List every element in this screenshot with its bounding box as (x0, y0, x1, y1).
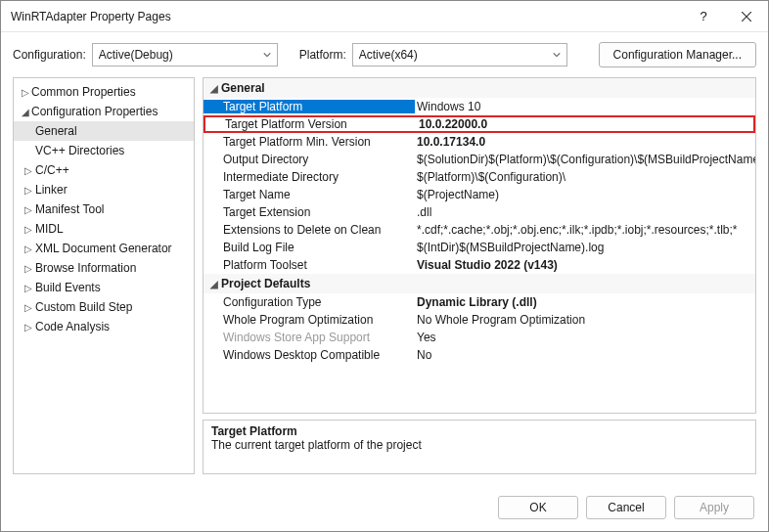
configuration-label: Configuration: (13, 48, 86, 62)
property-row[interactable]: Target Platform Version10.0.22000.0 (204, 115, 755, 133)
property-row[interactable]: Target Extension.dll (204, 203, 755, 221)
tree-item[interactable]: General (14, 121, 194, 141)
property-row[interactable]: Output Directory$(SolutionDir)$(Platform… (204, 151, 755, 168)
property-value[interactable]: Visual Studio 2022 (v143) (415, 258, 755, 272)
tree-item-label: MIDL (35, 222, 64, 236)
property-value[interactable]: *.cdf;*.cache;*.obj;*.obj.enc;*.ilk;*.ip… (415, 223, 755, 237)
tree-item[interactable]: ▷Linker (14, 180, 194, 200)
platform-select[interactable]: Active(x64) (352, 43, 567, 66)
property-value[interactable]: Yes (415, 331, 755, 344)
property-row[interactable]: Platform ToolsetVisual Studio 2022 (v143… (204, 256, 755, 274)
property-name: Target Extension (204, 205, 415, 219)
tree-item[interactable]: VC++ Directories (14, 141, 194, 160)
property-value[interactable]: $(IntDir)$(MSBuildProjectName).log (415, 241, 755, 254)
expander-closed-icon: ▷ (22, 185, 35, 196)
property-value[interactable]: .dll (415, 205, 755, 219)
close-icon (742, 12, 751, 22)
chevron-down-icon (553, 51, 561, 59)
property-value[interactable]: Windows 10 (415, 100, 755, 113)
property-value[interactable]: Dynamic Library (.dll) (415, 295, 755, 309)
property-value[interactable]: $(ProjectName) (415, 188, 755, 201)
tree-item-label: Browse Information (35, 261, 136, 275)
expander-closed-icon: ▷ (22, 283, 35, 293)
configuration-manager-label: Configuration Manager... (613, 48, 742, 62)
tree-item[interactable]: ▷Custom Build Step (14, 297, 194, 317)
ok-button[interactable]: OK (498, 496, 578, 519)
property-value[interactable]: 10.0.22000.0 (417, 117, 753, 131)
cancel-button[interactable]: Cancel (586, 496, 666, 519)
property-value[interactable]: $(SolutionDir)$(Platform)\$(Configuratio… (415, 153, 755, 166)
tree-item[interactable]: ▷Common Properties (14, 82, 194, 102)
description-panel: Target Platform The current target platf… (203, 420, 756, 474)
configuration-value: Active(Debug) (99, 48, 173, 62)
close-button[interactable] (725, 2, 768, 31)
expander-closed-icon: ▷ (22, 302, 35, 313)
property-value[interactable]: 10.0.17134.0 (415, 135, 755, 149)
property-name: Target Platform (204, 100, 415, 113)
configuration-bar: Configuration: Active(Debug) Platform: A… (1, 32, 768, 77)
tree-item[interactable]: ▷Browse Information (14, 258, 194, 278)
window-title: WinRTAdapter Property Pages (11, 10, 682, 23)
tree-item[interactable]: ▷MIDL (14, 219, 194, 239)
property-row[interactable]: Intermediate Directory$(Platform)\$(Conf… (204, 168, 755, 186)
apply-label: Apply (700, 501, 729, 514)
tree-item-label: VC++ Directories (35, 144, 124, 157)
property-name: Build Log File (204, 241, 415, 254)
property-name: Configuration Type (204, 295, 415, 309)
expander-open-icon: ◢ (20, 107, 31, 117)
tree-item-label: C/C++ (35, 163, 69, 177)
property-name: Target Platform Min. Version (204, 135, 415, 149)
expander-closed-icon: ▷ (22, 263, 35, 274)
configuration-manager-button[interactable]: Configuration Manager... (599, 42, 756, 67)
description-text: The current target platform of the proje… (211, 438, 747, 452)
tree-item[interactable]: ▷Code Analysis (14, 317, 194, 336)
tree-item-label: Code Analysis (35, 320, 110, 333)
property-row[interactable]: Configuration TypeDynamic Library (.dll) (204, 293, 755, 311)
expander-open-icon: ◢ (207, 279, 221, 289)
tree-item[interactable]: ▷Build Events (14, 278, 194, 297)
property-name: Extensions to Delete on Clean (204, 223, 415, 237)
property-grid[interactable]: ◢GeneralTarget PlatformWindows 10Target … (203, 77, 756, 414)
property-row[interactable]: Target Platform Min. Version10.0.17134.0 (204, 133, 755, 151)
titlebar: WinRTAdapter Property Pages ? (1, 1, 768, 32)
expander-closed-icon: ▷ (22, 224, 35, 235)
property-value[interactable]: No Whole Program Optimization (415, 313, 755, 327)
property-row[interactable]: Whole Program OptimizationNo Whole Progr… (204, 311, 755, 329)
tree-item[interactable]: ◢Configuration Properties (14, 102, 194, 121)
property-name: Windows Desktop Compatible (204, 348, 415, 362)
tree-item-label: Configuration Properties (31, 105, 158, 118)
property-name: Output Directory (204, 153, 415, 166)
property-value[interactable]: $(Platform)\$(Configuration)\ (415, 170, 755, 184)
tree-item[interactable]: ▷C/C++ (14, 160, 194, 180)
section-title: General (221, 81, 265, 95)
ok-label: OK (529, 501, 546, 514)
property-row[interactable]: Target Name$(ProjectName) (204, 186, 755, 203)
apply-button[interactable]: Apply (674, 496, 754, 519)
tree-item-label: Build Events (35, 281, 101, 294)
category-tree[interactable]: ▷Common Properties◢Configuration Propert… (13, 77, 195, 474)
section-header[interactable]: ◢General (204, 78, 755, 98)
property-name: Platform Toolset (204, 258, 415, 272)
property-row[interactable]: Windows Store App SupportYes (204, 329, 755, 346)
tree-item-label: General (35, 124, 77, 138)
tree-item-label: XML Document Generator (35, 242, 172, 255)
tree-item[interactable]: ▷Manifest Tool (14, 200, 194, 219)
property-row[interactable]: Extensions to Delete on Clean*.cdf;*.cac… (204, 221, 755, 239)
tree-item-label: Custom Build Step (35, 300, 132, 314)
chevron-down-icon (263, 51, 271, 59)
tree-item-label: Manifest Tool (35, 202, 104, 216)
section-header[interactable]: ◢Project Defaults (204, 274, 755, 293)
property-row[interactable]: Target PlatformWindows 10 (204, 98, 755, 115)
expander-open-icon: ◢ (207, 83, 221, 94)
platform-label: Platform: (299, 48, 346, 62)
property-row[interactable]: Windows Desktop CompatibleNo (204, 346, 755, 364)
configuration-select[interactable]: Active(Debug) (92, 43, 278, 66)
tree-item[interactable]: ▷XML Document Generator (14, 239, 194, 258)
property-row[interactable]: Build Log File$(IntDir)$(MSBuildProjectN… (204, 239, 755, 256)
property-name: Intermediate Directory (204, 170, 415, 184)
tree-item-label: Linker (35, 183, 68, 197)
expander-closed-icon: ▷ (22, 165, 35, 176)
property-name: Target Name (204, 188, 415, 201)
property-value[interactable]: No (415, 348, 755, 362)
help-button[interactable]: ? (682, 2, 725, 31)
